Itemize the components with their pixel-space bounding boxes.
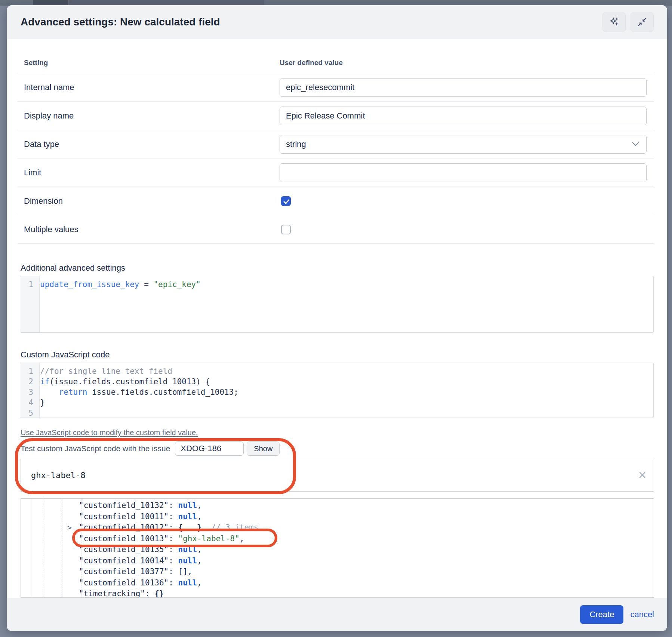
test-issue-input[interactable]: XDOG-186 xyxy=(175,441,244,456)
code-line: 1//for single line text field xyxy=(20,366,653,376)
row-label-dimension: Dimension xyxy=(18,196,280,206)
row-label-data-type: Data type xyxy=(18,139,280,149)
collapse-dialog-button[interactable] xyxy=(631,12,654,32)
code-text: update_from_issue_key = "epic_key" xyxy=(37,279,201,290)
code-line: 4} xyxy=(20,397,653,408)
code-token: (issue.fields.customfield_10013) { xyxy=(49,377,210,386)
code-token: "customfield_10377" xyxy=(79,567,169,576)
show-button[interactable]: Show xyxy=(247,441,280,456)
code-token: : xyxy=(145,589,154,598)
code-text: if(issue.fields.customfield_10013) { xyxy=(37,376,210,387)
additional-advanced-settings-label: Additional advanced settings xyxy=(21,263,654,273)
table-row: Internal nameepic_relesecommit xyxy=(18,73,654,102)
code-token: return xyxy=(59,388,87,397)
code-token: : xyxy=(169,556,178,565)
json-line: "timetracking": {} xyxy=(21,588,654,598)
code-token: null xyxy=(178,556,197,565)
row-value-cell: Epic Release Commit xyxy=(280,107,654,125)
code-token: null xyxy=(178,545,197,554)
code-token: update_from_issue_key xyxy=(40,280,139,289)
custom-js-help-text: Use JavaScript code to modify the custom… xyxy=(21,428,654,437)
display-name-input[interactable]: Epic Release Commit xyxy=(280,107,647,125)
row-label-multiple-values: Multiple values xyxy=(18,225,280,234)
code-token: "customfield_10011" xyxy=(79,512,169,521)
additional-advanced-settings-editor[interactable]: 1update_from_issue_key = "epic_key" xyxy=(20,276,654,333)
code-token: , xyxy=(197,545,202,554)
line-number: 3 xyxy=(20,387,37,397)
issue-json-output[interactable]: "customfield_10132": null,"customfield_1… xyxy=(21,498,654,598)
code-token: "customfield_10014" xyxy=(79,556,169,565)
row-value-cell xyxy=(280,225,654,234)
code-token: } xyxy=(40,398,45,407)
code-text: return issue.fields.customfield_10013; xyxy=(37,387,238,397)
code-line: 3 return issue.fields.customfield_10013; xyxy=(20,387,653,397)
dialog-body: Setting User defined value Internal name… xyxy=(7,52,667,598)
code-token: //for single line text field xyxy=(40,367,172,376)
json-line: "customfield_10377": [], xyxy=(21,566,654,578)
code-line: 5 xyxy=(20,408,653,418)
setting-column-header: Setting xyxy=(18,59,280,67)
internal-name-input[interactable]: epic_relesecommit xyxy=(280,78,647,97)
code-token: null xyxy=(178,578,197,587)
dialog-footer: Create cancel xyxy=(7,598,667,631)
code-token: null xyxy=(178,501,197,510)
code-token: , xyxy=(240,534,244,543)
json-line: >"customfield_10012": { … }, // 3 items xyxy=(21,522,654,533)
code-token: : xyxy=(169,523,178,532)
json-line: "customfield_10135": null, xyxy=(21,544,654,556)
code-token: "customfield_10135" xyxy=(79,545,169,554)
test-result-value: ghx-label-8 xyxy=(31,471,638,480)
multiple-values-checkbox[interactable] xyxy=(281,225,291,234)
dialog-title: Advanced settings: New calculated field xyxy=(21,16,602,28)
json-line: "customfield_10136": null, xyxy=(21,578,654,589)
code-token xyxy=(40,388,59,397)
code-token: , xyxy=(197,578,202,587)
line-number: 1 xyxy=(20,366,37,376)
collapse-icon xyxy=(636,16,648,28)
custom-javascript-code-editor[interactable]: 1//for single line text field2if(issue.f… xyxy=(20,363,654,418)
data-type-select[interactable]: string xyxy=(280,135,647,154)
code-token: [], xyxy=(178,567,192,576)
code-token: , xyxy=(197,556,202,565)
code-token: : xyxy=(169,512,178,521)
json-line: "customfield_10011": null, xyxy=(21,511,654,523)
advanced-settings-dialog: Advanced settings: New calculated field xyxy=(7,5,667,631)
code-token: : xyxy=(169,545,178,554)
code-token: "customfield_10136" xyxy=(79,578,169,587)
user-defined-value-column-header: User defined value xyxy=(280,59,654,67)
json-line-highlighted: "customfield_10013": "ghx-label-8", xyxy=(21,533,654,545)
code-token: null xyxy=(178,512,197,521)
line-number: 5 xyxy=(20,408,37,418)
chevron-right-icon[interactable]: > xyxy=(67,522,72,533)
code-token: "customfield_10012" xyxy=(79,523,169,532)
ai-sparkle-icon xyxy=(608,16,620,28)
code-text: //for single line text field xyxy=(37,366,172,376)
code-token: "timetracking" xyxy=(79,589,145,598)
code-token: "customfield_10132" xyxy=(79,501,169,510)
limit-input[interactable] xyxy=(280,163,647,182)
code-token: : xyxy=(169,578,178,587)
dimension-checkbox[interactable] xyxy=(281,196,291,206)
table-row: Dimension xyxy=(18,187,654,215)
test-issue-row: Test custom JavaScript code with the iss… xyxy=(21,441,654,456)
json-line: "customfield_10132": null, xyxy=(21,500,654,511)
row-value-cell xyxy=(280,196,654,206)
cancel-link[interactable]: cancel xyxy=(630,610,654,619)
line-number: 4 xyxy=(20,397,37,408)
row-label-limit: Limit xyxy=(18,168,280,178)
row-value-cell: string xyxy=(280,135,654,154)
dimmed-browser-tab xyxy=(33,0,68,6)
chevron-down-icon xyxy=(632,139,639,146)
dialog-header: Advanced settings: New calculated field xyxy=(7,5,667,39)
code-token: "ghx-label-8" xyxy=(178,534,240,543)
close-icon[interactable]: × xyxy=(638,468,646,482)
dimmed-browser-strip xyxy=(0,0,672,6)
code-token: : xyxy=(169,534,178,543)
line-number: 1 xyxy=(20,279,37,290)
settings-table: Setting User defined value Internal name… xyxy=(18,52,654,244)
create-button[interactable]: Create xyxy=(580,605,623,624)
code-line: 2if(issue.fields.customfield_10013) { xyxy=(20,376,653,387)
ai-assist-button[interactable] xyxy=(602,12,626,32)
code-token: , xyxy=(197,512,202,521)
code-token: : xyxy=(169,567,178,576)
